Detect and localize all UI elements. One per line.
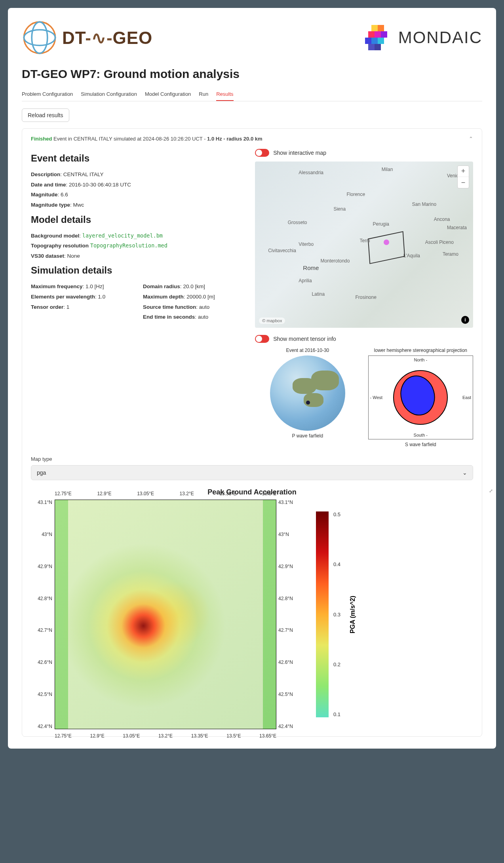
zoom-out-button[interactable]: − (458, 177, 469, 188)
datetime-label: Date and time (31, 182, 66, 188)
colorbar: 0.5 0.4 0.3 0.2 0.1 PGA (m/s^2) (316, 511, 356, 717)
map-domain-box (367, 231, 405, 264)
sim-details-heading: Simulation details (31, 265, 243, 276)
map-city: Grosseto (288, 220, 307, 225)
map-city: Ascoli Piceno (425, 240, 454, 245)
model-details-heading: Model details (31, 214, 243, 225)
map-city: Viterbo (299, 241, 314, 247)
tick: 13.05°E (137, 491, 154, 496)
tick: 42.6°N (35, 660, 52, 665)
svg-point-1 (24, 30, 55, 46)
tick: 12.9°E (90, 733, 105, 739)
svg-rect-10 (378, 38, 384, 44)
page-title: DT-GEO WP7: Ground motion analysis (22, 67, 482, 81)
map-attribution: © mapbox (259, 317, 285, 324)
radius-value: 20.0 [km] (183, 283, 205, 289)
tab-results[interactable]: Results (216, 88, 233, 101)
colorbar-gradient (316, 511, 329, 717)
colorbar-ticks: 0.5 0.4 0.3 0.2 0.1 (333, 511, 340, 717)
tensororder-value: 1 (67, 304, 70, 310)
beachball-plot: North - South - - West East (368, 355, 473, 439)
datetime-value: 2016-10-30 06:40:18 UTC (69, 182, 131, 188)
map-city: Latina (312, 291, 325, 297)
map-city: Monterotondo (320, 258, 350, 264)
maptype-select[interactable]: pga ⌄ (31, 465, 473, 480)
tick: 13.2°E (180, 491, 194, 496)
event-details-heading: Event details (31, 153, 243, 164)
status-badge: Finished (31, 136, 52, 142)
pga-heatmap[interactable] (55, 500, 276, 729)
topo-label: Topography resolution (31, 243, 89, 249)
tick: 13.65°E (259, 733, 276, 739)
tick: 42.4°N (278, 724, 298, 729)
reload-results-button[interactable]: Reload results (22, 108, 69, 122)
panel-header[interactable]: Finished Event in CENTRAL ITALY simulate… (31, 136, 473, 142)
expand-icon[interactable]: ⤢ (489, 488, 493, 494)
tab-model-config[interactable]: Model Configuration (145, 88, 191, 101)
svg-rect-7 (381, 31, 387, 38)
map-city: Civitavecchia (268, 248, 296, 253)
map-city: San Marino (412, 201, 436, 207)
chevron-up-icon[interactable]: ⌃ (469, 136, 473, 142)
tick: 43.1°N (278, 500, 298, 505)
map-info-icon[interactable]: i (461, 316, 469, 324)
map-city: Frosinone (356, 295, 377, 300)
maptype-value: pga (37, 470, 46, 476)
map-toggle-label: Show interactive map (273, 150, 326, 156)
colorbar-label: PGA (m/s^2) (349, 596, 356, 633)
tick: 0.4 (333, 561, 340, 567)
tick: 12.75°E (55, 491, 72, 496)
depth-label: Maximum depth (143, 294, 184, 300)
svg-rect-8 (365, 38, 371, 44)
map-city: Siena (333, 206, 346, 212)
map-city: Macerata (447, 225, 467, 230)
map-city: Aprilia (299, 278, 312, 283)
tick: 42.4°N (35, 724, 52, 729)
svg-rect-12 (375, 44, 381, 50)
svg-point-2 (32, 22, 48, 53)
map-city: Ancona (434, 217, 450, 222)
maxfreq-value: 1.0 [Hz] (86, 283, 104, 289)
chart-x-axis-top: 12.75°E 12.9°E 13.05°E 13.2°E 13.35°E 13… (55, 491, 276, 496)
chevron-down-icon: ⌄ (462, 470, 467, 476)
map-toggle[interactable] (255, 149, 269, 157)
svg-rect-6 (375, 31, 381, 38)
zoom-in-button[interactable]: + (458, 166, 469, 177)
globe-icon (22, 20, 57, 55)
tick: 0.3 (333, 612, 340, 618)
tab-run[interactable]: Run (199, 88, 208, 101)
tab-sim-config[interactable]: Simulation Configuration (81, 88, 137, 101)
map-city: Rome (303, 264, 319, 271)
tab-problem-config[interactable]: Problem Configuration (22, 88, 73, 101)
chart-y-axis-right: 43.1°N 43°N 42.9°N 42.8°N 42.7°N 42.6°N … (278, 500, 298, 729)
svg-rect-5 (368, 31, 375, 38)
tick: 42.9°N (35, 564, 52, 569)
tick: 13.35°E (191, 733, 208, 739)
tensor-toggle[interactable] (255, 335, 269, 343)
tick: 42.5°N (35, 692, 52, 697)
panel-summary-text: Event in CENTRAL ITALY simulated at 2024… (53, 136, 207, 142)
map-city: Florence (347, 192, 365, 197)
svg-rect-3 (371, 25, 378, 31)
magtype-value: Mwc (73, 202, 84, 208)
stf-label: Source time function (143, 304, 196, 310)
chart-x-axis-bottom: 12.75°E 12.9°E 13.05°E 13.2°E 13.35°E 13… (55, 733, 276, 739)
dir-north: North - (414, 357, 427, 362)
maxfreq-label: Maximum frequency (31, 283, 83, 289)
svg-rect-11 (368, 44, 375, 50)
tick: 13.35°E (219, 491, 236, 496)
bg-value: layered_velocity_model.bm (82, 232, 163, 239)
tick: 42.8°N (35, 596, 52, 601)
radius-label: Domain radius (143, 283, 180, 289)
tick: 42.7°N (35, 627, 52, 633)
tabs: Problem Configuration Simulation Configu… (22, 88, 482, 101)
globe-title: Event at 2016-10-30 (255, 348, 360, 353)
map-city: L'Aquila (403, 253, 420, 259)
tick: 0.5 (333, 511, 340, 517)
globe-plot (270, 355, 345, 431)
tick: 43°N (278, 532, 298, 537)
interactive-map[interactable]: Milan Alessandria Florence Siena San Mar… (255, 162, 473, 328)
dir-west: - West (370, 395, 383, 400)
logo-mondaic: MONDAIC (362, 22, 482, 53)
tick: 13.5°E (262, 491, 276, 496)
